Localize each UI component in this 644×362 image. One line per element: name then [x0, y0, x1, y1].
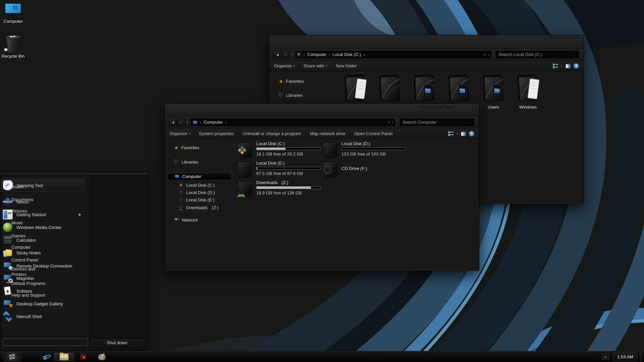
minimize-button[interactable]	[421, 104, 431, 108]
folder-icon	[479, 72, 508, 103]
folder-item[interactable]: Users	[477, 72, 510, 110]
drive-item-downloads-z[interactable]: Downloads (Z:) 19.9 GB free of 136 GB	[237, 180, 321, 195]
sidebar-item-computer[interactable]: Computer	[167, 173, 232, 180]
start-item-default-programs[interactable]: Default Programs	[11, 281, 51, 286]
sidebar-item-libraries[interactable]: Libraries	[279, 92, 303, 99]
back-button[interactable]: ◂	[169, 118, 177, 126]
sidebar-item-favorites[interactable]: ★ Favorites	[279, 77, 304, 85]
search-input[interactable]: Search Computer ....	[399, 118, 475, 127]
recent-pages-caret-icon[interactable]: ▾	[291, 53, 293, 56]
recycle-bin-icon	[5, 35, 21, 52]
sidebar-item-libraries[interactable]: Libraries	[174, 158, 198, 166]
forward-button[interactable]: ▸	[282, 51, 290, 58]
start-item-help-and-support[interactable]: Help and Support	[11, 293, 51, 298]
taskbar-media-app[interactable]	[78, 352, 89, 361]
share-with-menu[interactable]: Share with▾	[304, 63, 327, 68]
change-view-icon[interactable]	[448, 131, 453, 136]
back-button[interactable]: ◂	[273, 51, 282, 58]
start-item-desktop-gadget-gallery[interactable]: Desktop Gadget Gallery	[1, 297, 85, 310]
organize-menu[interactable]: Organize▾	[169, 131, 190, 136]
back-arrow-icon: ◂	[276, 52, 278, 57]
sidebar-item-local-disk-e[interactable]: Local Disk (E:)	[179, 196, 215, 203]
start-menu: Snipping Tool NeXuS Nexus Getting Starte…	[0, 174, 147, 351]
refresh-icon[interactable]: ›	[392, 120, 393, 125]
desktop-icon-computer[interactable]: Computer	[0, 3, 26, 24]
crumb-chevron-icon: ›	[329, 52, 330, 57]
folder-icon	[444, 72, 474, 103]
close-button[interactable]	[570, 35, 579, 38]
explorer-window-computer: ◂ ▸ ▾ › Computer › ▾ › Search Computer .…	[164, 103, 479, 271]
desktop-icon-recycle-bin[interactable]: Recycle Bin	[0, 35, 26, 59]
help-icon[interactable]: ?	[469, 131, 474, 136]
search-icon: ....	[465, 120, 472, 124]
address-bar[interactable]: › Computer › ▾ ›	[190, 118, 396, 127]
taskbar-clock[interactable]: 1:53 AM	[612, 352, 638, 362]
minimize-button[interactable]	[550, 35, 559, 38]
palette-icon	[98, 353, 106, 361]
start-item-music[interactable]: Music	[11, 220, 51, 226]
start-search-input[interactable]	[3, 338, 88, 346]
start-item-control-panel[interactable]: Control Panel	[11, 257, 51, 263]
computer-icon	[4, 3, 22, 17]
preview-pane-icon[interactable]	[461, 132, 466, 136]
refresh-icon[interactable]: ›	[488, 52, 489, 57]
drive-icon	[179, 183, 183, 187]
open-control-panel-button[interactable]: Open Control Panel	[354, 131, 392, 136]
organize-menu[interactable]: Organize▾	[274, 63, 295, 68]
breadcrumb-computer[interactable]: Computer	[307, 52, 326, 57]
folder-item[interactable]: Windows	[511, 72, 545, 110]
cd-drive-icon	[322, 161, 338, 178]
start-item-pictures[interactable]: Pictures	[11, 208, 51, 214]
preview-pane-icon[interactable]	[566, 64, 571, 68]
views-caret-icon[interactable]: ▾	[561, 65, 562, 68]
views-caret-icon[interactable]: ▾	[457, 132, 458, 135]
breadcrumb-computer[interactable]: Computer	[204, 120, 223, 125]
desktop-gadget-gallery-icon	[3, 299, 13, 309]
start-item-computer[interactable]: Computer	[11, 245, 51, 250]
start-item-games[interactable]: Games	[11, 233, 51, 239]
taskbar-paint-app[interactable]	[97, 352, 108, 361]
drive-item-local-disk-e[interactable]: Local Disk (E:) 97.5 GB free of 97.6 GB	[237, 161, 321, 176]
drive-item-local-disk-d[interactable]: Local Disk (D:) 103 GB free of 103 GB	[322, 141, 406, 157]
address-dropdown-caret-icon[interactable]: ▾	[388, 121, 389, 124]
start-button[interactable]	[3, 352, 21, 361]
shut-down-button[interactable]: Shut down	[91, 339, 144, 346]
sidebar-item-network[interactable]: Network	[174, 216, 198, 224]
maximize-button[interactable]	[433, 104, 443, 108]
taskbar-internet-explorer[interactable]: e	[40, 352, 51, 361]
maximize-button[interactable]	[560, 35, 569, 38]
drive-item-local-disk-c[interactable]: Local Disk (C:) 16.1 GB free of 29.2 GB	[237, 141, 321, 157]
drive-item-cd-drive-f[interactable]: CD Drive (F:)	[322, 161, 406, 172]
start-item-user-vinoth[interactable]: vinoth	[11, 184, 51, 190]
sidebar-item-local-disk-c[interactable]: Local Disk (C:)	[179, 181, 215, 189]
start-item-nilesoft-shell[interactable]: Nilesoft Shell	[1, 310, 85, 323]
sidebar-item-downloads-z[interactable]: Downloads (Z:)	[179, 204, 219, 211]
taskbar-explorer-active[interactable]	[54, 352, 74, 361]
desktop-icon-computer-label: Computer	[0, 19, 26, 24]
help-icon[interactable]: ?	[574, 63, 579, 69]
titlebar[interactable]	[269, 35, 584, 49]
search-input[interactable]: Search Local Disk (C:) ....	[495, 50, 580, 59]
command-toolbar: Organize▾ Share with▾ New folder ▾ ?	[269, 61, 584, 71]
system-properties-button[interactable]: System properties	[199, 131, 234, 136]
libraries-icon	[279, 94, 283, 97]
start-item-documents[interactable]: Documents	[11, 197, 51, 202]
address-dropdown-caret-icon[interactable]: ▾	[484, 53, 485, 56]
titlebar[interactable]	[165, 104, 479, 116]
sidebar-item-local-disk-d[interactable]: Local Disk (D:)	[179, 189, 215, 196]
uninstall-program-button[interactable]: Uninstall or change a program	[243, 131, 301, 136]
change-view-icon[interactable]	[553, 64, 558, 68]
tray-chevron-button[interactable]: ▲	[602, 354, 609, 360]
computer-icon	[193, 120, 198, 124]
show-desktop-button[interactable]	[640, 352, 642, 362]
address-bar[interactable]: › Computer › Local Disk (C:) › ▾ ›	[295, 50, 492, 59]
computer-icon	[174, 174, 179, 178]
start-item-devices-and-printers[interactable]: Devices and Printers	[11, 266, 51, 277]
forward-button[interactable]: ▸	[177, 118, 185, 126]
recent-pages-caret-icon[interactable]: ▾	[186, 121, 188, 124]
map-network-drive-button[interactable]: Map network drive	[310, 131, 345, 136]
close-button[interactable]	[444, 104, 454, 108]
new-folder-button[interactable]: New folder	[336, 63, 357, 68]
breadcrumb-local-disk-c[interactable]: Local Disk (C:)	[332, 52, 361, 57]
sidebar-item-favorites[interactable]: ★ Favorites	[174, 144, 199, 151]
